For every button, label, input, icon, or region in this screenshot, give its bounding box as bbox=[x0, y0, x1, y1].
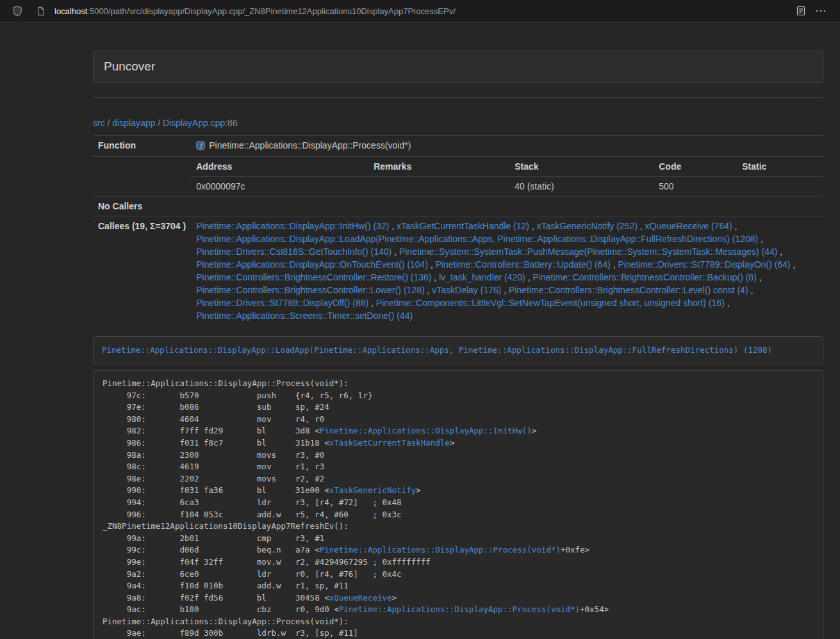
reader-mode-icon[interactable] bbox=[792, 6, 810, 16]
breadcrumb: src / displayapp / DisplayApp.cpp:86 bbox=[93, 117, 823, 129]
no-callers-cell bbox=[191, 197, 823, 216]
code-symbol-link[interactable]: Pinetime::Applications::DisplayApp::Proc… bbox=[320, 545, 561, 554]
browser-toolbar: localhost:5000/path/src/displayapp/Displ… bbox=[0, 0, 840, 22]
table-row-metrics: Address Remarks Stack Code Static 0x0000… bbox=[93, 157, 823, 197]
column-header-address: Address bbox=[191, 157, 368, 177]
function-cell: f Pinetime::Applications::DisplayApp::Pr… bbox=[191, 136, 823, 157]
callees-label: Callees (19, Σ=3704 ) bbox=[93, 216, 191, 326]
callee-link[interactable]: Pinetime::Controllers::BrightnessControl… bbox=[196, 272, 431, 282]
metrics-value-row: 0x0000097c 40 (static) 500 bbox=[191, 177, 823, 197]
column-header-code: Code bbox=[654, 157, 737, 177]
callee-link[interactable]: Pinetime::Applications::DisplayApp::Init… bbox=[196, 221, 389, 231]
code-symbol-link[interactable]: xTaskGetCurrentTaskHandle bbox=[329, 438, 450, 448]
function-row-label: Function bbox=[93, 136, 191, 157]
callee-separator: , bbox=[391, 247, 399, 257]
column-header-static: Static bbox=[737, 157, 823, 177]
callee-link[interactable]: xTaskGenericNotify (252) bbox=[537, 221, 638, 231]
breadcrumb-link-displayapp[interactable]: displayapp bbox=[112, 118, 155, 128]
callee-link[interactable]: Pinetime::System::SystemTask::PushMessag… bbox=[399, 247, 778, 257]
code-symbol-link[interactable]: Pinetime::Applications::DisplayApp::Proc… bbox=[339, 604, 580, 614]
table-row-callees: Callees (19, Σ=3704 ) Pinetime::Applicat… bbox=[93, 216, 823, 326]
breadcrumb-link-displayapp-cpp[interactable]: DisplayApp.cpp bbox=[163, 118, 225, 128]
callee-separator: , bbox=[529, 221, 537, 231]
breadcrumb-line-number: :86 bbox=[225, 118, 237, 128]
url-path: :5000/path/src/displayapp/DisplayApp.cpp… bbox=[87, 6, 456, 16]
remarks-value bbox=[368, 177, 509, 197]
callee-separator: , bbox=[732, 221, 737, 231]
callee-link[interactable]: Pinetime::Applications::DisplayApp::Load… bbox=[196, 234, 758, 244]
callee-separator: , bbox=[748, 285, 754, 295]
callee-link[interactable]: Pinetime::Controllers::BrightnessControl… bbox=[509, 285, 748, 295]
breadcrumb-separator: / bbox=[155, 118, 163, 128]
callee-separator: , bbox=[501, 285, 509, 295]
code-symbol-link[interactable]: Pinetime::Applications::DisplayApp::Init… bbox=[320, 426, 532, 435]
column-header-remarks: Remarks bbox=[368, 157, 509, 177]
page-title: Puncover bbox=[104, 60, 812, 74]
callee-link[interactable]: Pinetime::Drivers::St7789::DisplayOn() (… bbox=[618, 259, 791, 270]
address-value: 0x0000097c bbox=[191, 177, 368, 197]
no-callers-label: No Callers bbox=[93, 197, 191, 216]
code-value: 500 bbox=[654, 177, 737, 197]
shield-icon[interactable] bbox=[8, 5, 27, 17]
code-symbol-link[interactable]: xTaskGenericNotify bbox=[329, 485, 416, 495]
page-icon bbox=[32, 6, 49, 16]
breadcrumb-link-src[interactable]: src bbox=[93, 118, 105, 128]
static-value bbox=[737, 177, 823, 197]
table-row-function: Function f Pinetime::Applications::Displ… bbox=[93, 136, 823, 157]
url-host: localhost bbox=[54, 6, 87, 16]
callee-link[interactable]: Pinetime::Components::LittleVgl::SetNewT… bbox=[376, 298, 725, 308]
callee-link[interactable]: Pinetime::Controllers::BrightnessControl… bbox=[532, 272, 756, 282]
stack-value: 40 (static) bbox=[509, 177, 654, 197]
function-table: Function f Pinetime::Applications::Displ… bbox=[93, 135, 823, 325]
callee-link[interactable]: Pinetime::Applications::DisplayApp::OnTo… bbox=[196, 259, 428, 270]
metrics-row-spacer bbox=[93, 157, 191, 197]
callee-separator: , bbox=[758, 234, 763, 244]
metrics-header-row: Address Remarks Stack Code Static bbox=[191, 157, 823, 177]
callee-separator: , bbox=[638, 221, 645, 231]
callee-link[interactable]: vTaskDelay (176) bbox=[432, 285, 501, 295]
puncover-header-panel: Puncover bbox=[93, 51, 823, 83]
callee-link[interactable]: Pinetime::Drivers::St7789::DisplayOff() … bbox=[196, 298, 368, 308]
url-text: localhost:5000/path/src/displayapp/Displ… bbox=[54, 6, 456, 16]
table-row-no-callers: No Callers bbox=[93, 197, 823, 216]
callee-separator: , bbox=[428, 259, 436, 270]
divider bbox=[93, 97, 823, 98]
callee-link[interactable]: Pinetime::Controllers::BrightnessControl… bbox=[196, 285, 424, 295]
callee-separator: , bbox=[425, 285, 432, 295]
function-name: Pinetime::Applications::DisplayApp::Proc… bbox=[209, 140, 411, 150]
callee-separator: , bbox=[368, 298, 376, 308]
callee-link[interactable]: Pinetime::Controllers::Battery::Update()… bbox=[436, 259, 611, 270]
selected-symbol-box: Pinetime::Applications::DisplayApp::Load… bbox=[93, 336, 823, 364]
code-symbol-link[interactable]: xQueueReceive bbox=[329, 593, 392, 603]
callee-separator: , bbox=[389, 221, 397, 231]
callee-separator: , bbox=[725, 298, 730, 308]
page-content: Puncover src / displayapp / DisplayApp.c… bbox=[93, 22, 823, 639]
callee-separator: , bbox=[431, 272, 439, 282]
callee-link[interactable]: xQueueReceive (764) bbox=[645, 221, 732, 231]
callee-separator: , bbox=[525, 272, 533, 282]
disassembly-code: Pinetime::Applications::DisplayApp::Proc… bbox=[93, 370, 823, 639]
callee-link[interactable]: xTaskGetCurrentTaskHandle (12) bbox=[397, 221, 529, 231]
callees-list: Pinetime::Applications::DisplayApp::Init… bbox=[191, 216, 823, 326]
overflow-menu-icon[interactable]: ⋯ bbox=[810, 4, 832, 18]
function-icon: f bbox=[196, 140, 205, 153]
callee-link[interactable]: Pinetime::Applications::Screens::Timer::… bbox=[196, 311, 413, 321]
metrics-cell: Address Remarks Stack Code Static 0x0000… bbox=[191, 157, 823, 197]
metrics-table: Address Remarks Stack Code Static 0x0000… bbox=[191, 157, 823, 196]
breadcrumb-links: src / displayapp / DisplayApp.cpp bbox=[93, 118, 225, 128]
callee-link[interactable]: lv_task_handler (420) bbox=[439, 272, 525, 282]
column-header-stack: Stack bbox=[509, 157, 654, 177]
callee-link[interactable]: Pinetime::Drivers::Cst816S::GetTouchInfo… bbox=[196, 247, 391, 257]
breadcrumb-separator: / bbox=[105, 118, 113, 128]
callee-separator: , bbox=[791, 259, 796, 270]
address-bar[interactable]: localhost:5000/path/src/displayapp/Displ… bbox=[32, 6, 456, 16]
callee-separator: , bbox=[777, 247, 782, 257]
selected-symbol-link[interactable]: Pinetime::Applications::DisplayApp::Load… bbox=[102, 345, 772, 355]
callee-separator: , bbox=[757, 272, 762, 282]
callee-separator: , bbox=[611, 259, 618, 270]
